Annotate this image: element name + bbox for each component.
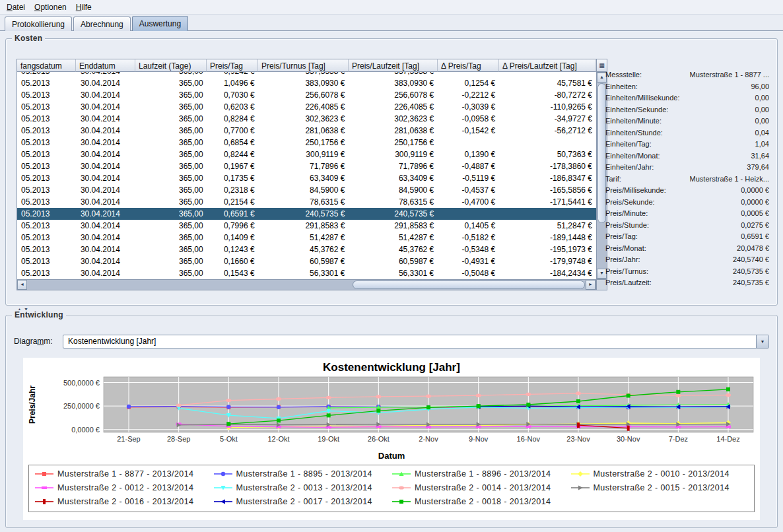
table-cell[interactable]: 30.04.2014	[77, 184, 136, 196]
table-cell[interactable]: 0,6854 €	[207, 137, 259, 149]
table-row[interactable]: 05.201330.04.2014365,000,1735 €63,3409 €…	[17, 172, 596, 184]
table-cell[interactable]: 30.04.2014	[77, 160, 136, 172]
table-cell[interactable]: 365,00	[136, 196, 207, 208]
table-cell[interactable]: -0,0958 €	[438, 113, 499, 125]
table-cell[interactable]: -0,1542 €	[438, 125, 499, 137]
table-cell[interactable]: 71,7896 €	[259, 160, 349, 172]
table-cell[interactable]: 84,5900 €	[259, 184, 349, 196]
table-cell[interactable]: 0,1254 €	[438, 77, 499, 89]
table-cell[interactable]: 45,7581 €	[499, 77, 596, 89]
table-cell[interactable]: 256,6078 €	[259, 89, 349, 101]
table-cell[interactable]: 281,0638 €	[259, 125, 349, 137]
table-row[interactable]: 05.201330.04.2014365,000,7996 €291,8583 …	[17, 220, 596, 232]
table-cell[interactable]: 365,00	[136, 267, 207, 279]
table-cell[interactable]: -0,4931 €	[438, 255, 499, 267]
column-header[interactable]: Enddatum	[76, 59, 135, 72]
table-row[interactable]: 05.201330.04.2014365,001,0496 €383,0930 …	[17, 77, 596, 89]
table-cell[interactable]: 0,1405 €	[438, 220, 499, 232]
table-cell[interactable]: -165,5856 €	[499, 184, 596, 196]
table-cell[interactable]: 0,1967 €	[207, 160, 259, 172]
table-cell[interactable]: 30.04.2014	[77, 220, 136, 232]
table-row[interactable]: 05.201330.04.2014365,000,1409 €51,4287 €…	[17, 232, 596, 244]
table-row[interactable]: 05.201330.04.2014365,000,1543 €56,3301 €…	[17, 267, 596, 279]
table-cell[interactable]: 302,3623 €	[259, 113, 349, 125]
menu-optionen[interactable]: Optionen	[30, 1, 71, 14]
table-row[interactable]: 05.201330.04.2014365,000,1967 €71,7896 €…	[17, 160, 596, 172]
table-cell[interactable]: 30.04.2014	[77, 149, 136, 160]
table-cell[interactable]: 05.2013	[17, 255, 77, 267]
table-row[interactable]: 05.201330.04.2014365,000,9242 €337,3338 …	[17, 72, 596, 77]
table-cell[interactable]: 51,2847 €	[499, 220, 596, 232]
table-cell[interactable]: 0,1409 €	[207, 232, 259, 244]
table-cell[interactable]: 30.04.2014	[77, 77, 136, 89]
table-cell[interactable]: -34,9727 €	[499, 113, 596, 125]
table-cell[interactable]: 56,3301 €	[259, 267, 349, 279]
table-cell[interactable]: 05.2013	[17, 137, 77, 149]
table-cell[interactable]: 365,00	[136, 160, 207, 172]
table-cell[interactable]: 365,00	[136, 184, 207, 196]
table-cell[interactable]: -0,3039 €	[438, 101, 499, 113]
table-cell[interactable]: 0,7996 €	[207, 220, 259, 232]
table-cell[interactable]: 05.2013	[17, 244, 77, 255]
table-cell[interactable]: -0,5182 €	[438, 232, 499, 244]
table-cell[interactable]: 05.2013	[17, 160, 77, 172]
table-row[interactable]: 05.201330.04.2014365,000,6203 €226,4085 …	[17, 101, 596, 113]
table-cell[interactable]: 0,1660 €	[207, 255, 259, 267]
table-row[interactable]: 05.201330.04.2014365,000,8244 €300,9119 …	[17, 149, 596, 160]
table-cell[interactable]: 45,3762 €	[259, 244, 349, 255]
table-cell[interactable]: 78,6315 €	[349, 196, 438, 208]
table-cell[interactable]	[438, 137, 499, 149]
scroll-left-button[interactable]: ◄	[17, 280, 27, 290]
table-cell[interactable]: 05.2013	[17, 89, 77, 101]
table-cell[interactable]: 30.04.2014	[77, 208, 136, 220]
table-cell[interactable]: 291,8583 €	[349, 220, 438, 232]
table-cell[interactable]: -186,8347 €	[499, 172, 596, 184]
table-cell[interactable]: 365,00	[136, 101, 207, 113]
table-cell[interactable]: 365,00	[136, 232, 207, 244]
table-row[interactable]: 05.201330.04.2014365,000,7030 €256,6078 …	[17, 89, 596, 101]
chart-panel[interactable]: Kostenentwicklung [Jahr] 21-Sep28-Sep5-O…	[23, 358, 760, 520]
table-cell[interactable]: 05.2013	[17, 208, 77, 220]
table-row[interactable]: 05.201330.04.2014365,000,7700 €281,0638 …	[17, 125, 596, 137]
table-cell[interactable]: 30.04.2014	[77, 89, 136, 101]
table-cell[interactable]: 0,6591 €	[207, 208, 259, 220]
column-header[interactable]: Laufzeit (Tage)	[135, 59, 207, 72]
table-cell[interactable]: 63,3409 €	[259, 172, 349, 184]
table-cell[interactable]: 30.04.2014	[77, 255, 136, 267]
table-cell[interactable]: 60,5987 €	[349, 255, 438, 267]
table-cell[interactable]: 0,1390 €	[438, 149, 499, 160]
table-row[interactable]: 05.201330.04.2014365,000,6591 €240,5735 …	[17, 208, 596, 220]
table-cell[interactable]: 250,1756 €	[349, 137, 438, 149]
table-cell[interactable]: -195,1973 €	[499, 244, 596, 255]
table-row[interactable]: 05.201330.04.2014365,000,1660 €60,5987 €…	[17, 255, 596, 267]
table-cell[interactable]: 0,8244 €	[207, 149, 259, 160]
table-cell[interactable]: 300,9119 €	[259, 149, 349, 160]
table-row[interactable]: 05.201330.04.2014365,000,6854 €250,1756 …	[17, 137, 596, 149]
table-cell[interactable]: -171,5441 €	[499, 196, 596, 208]
table-cell[interactable]: -56,2712 €	[499, 125, 596, 137]
table-cell[interactable]: 365,00	[136, 137, 207, 149]
table-cell[interactable]: 45,3762 €	[349, 244, 438, 255]
table-cell[interactable]: 30.04.2014	[77, 113, 136, 125]
table-cell[interactable]: 281,0638 €	[349, 125, 438, 137]
table-cell[interactable]: 302,3623 €	[349, 113, 438, 125]
table-cell[interactable]	[438, 208, 499, 220]
table-cell[interactable]: 30.04.2014	[77, 101, 136, 113]
table-cell[interactable]: 365,00	[136, 172, 207, 184]
table-cell[interactable]	[499, 208, 596, 220]
table-cell[interactable]: 05.2013	[17, 220, 77, 232]
table-cell[interactable]: -80,7272 €	[499, 89, 596, 101]
table-cell[interactable]: 337,3338 €	[259, 72, 349, 77]
table-row[interactable]: 05.201330.04.2014365,000,2154 €78,6315 €…	[17, 196, 596, 208]
table-cell[interactable]: 365,00	[136, 220, 207, 232]
menu-hilfe[interactable]: Hilfe	[71, 1, 96, 14]
table-cell[interactable]: 0,2318 €	[207, 184, 259, 196]
table-cell[interactable]: -178,3860 €	[499, 160, 596, 172]
table-cell[interactable]: 250,1756 €	[259, 137, 349, 149]
table-cell[interactable]: 1,0496 €	[207, 77, 259, 89]
table-cell[interactable]: 365,00	[136, 255, 207, 267]
table-cell[interactable]: 05.2013	[17, 125, 77, 137]
table-cell[interactable]: 78,6315 €	[259, 196, 349, 208]
table-cell[interactable]: 30.04.2014	[77, 72, 136, 77]
table-cell[interactable]: 0,8284 €	[207, 113, 259, 125]
